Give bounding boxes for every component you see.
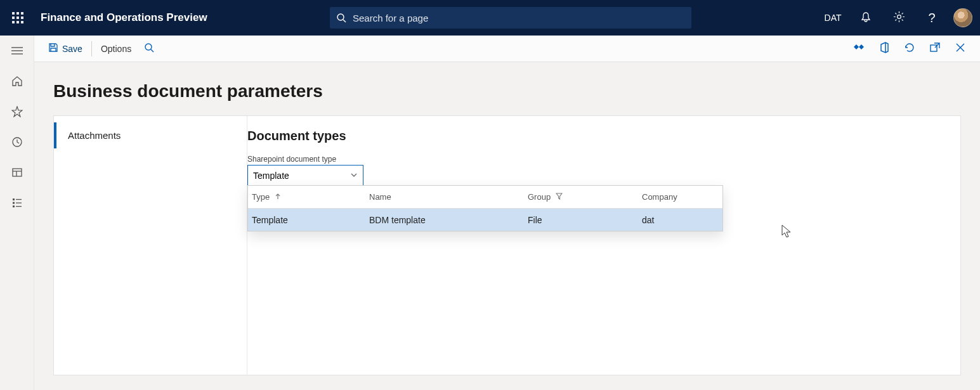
form-card: Attachments Document types Sharepoint do… <box>53 115 961 375</box>
question-icon: ? <box>928 11 935 25</box>
options-button-label: Options <box>101 44 131 54</box>
app-launcher-button[interactable] <box>0 0 36 36</box>
table-row[interactable]: Template BDM template File dat <box>248 209 722 231</box>
cell-group: File <box>524 215 638 225</box>
navigation-rail <box>0 36 34 390</box>
notifications-button[interactable] <box>851 0 881 36</box>
search-icon <box>336 13 346 23</box>
user-avatar[interactable] <box>953 8 972 27</box>
card-content: Document types Sharepoint document type … <box>247 116 960 375</box>
page-title: Business document parameters <box>53 81 961 101</box>
lookup-table: Type Name Group <box>247 185 723 231</box>
nav-home[interactable] <box>4 71 30 94</box>
office-button[interactable] <box>872 37 896 61</box>
tab-label: Attachments <box>68 130 121 141</box>
action-pane: Save Options <box>34 36 980 62</box>
clock-icon <box>11 136 23 150</box>
svg-line-1 <box>343 20 346 22</box>
nav-expand-button[interactable] <box>4 41 30 63</box>
tab-attachments[interactable]: Attachments <box>54 116 247 155</box>
cell-name: BDM template <box>365 215 524 225</box>
personalize-button[interactable] <box>847 37 871 61</box>
save-button[interactable]: Save <box>42 40 89 57</box>
separator <box>91 41 92 56</box>
settings-button[interactable] <box>884 0 914 36</box>
cell-company: dat <box>638 215 714 225</box>
column-header-group[interactable]: Group <box>524 192 638 202</box>
dropdown-value: Template <box>253 171 289 181</box>
nav-modules[interactable] <box>4 193 30 216</box>
star-icon <box>11 106 23 120</box>
workspace-icon <box>11 167 23 181</box>
column-header-label: Name <box>369 192 391 202</box>
card-tab-list: Attachments <box>54 116 247 375</box>
home-icon <box>11 75 23 89</box>
column-header-label: Type <box>252 192 270 202</box>
refresh-icon <box>904 42 915 56</box>
svg-line-17 <box>151 49 154 52</box>
modules-icon <box>11 197 23 211</box>
main-content: Business document parameters Attachments… <box>34 62 980 390</box>
top-navbar: Finance and Operations Preview DAT ? <box>0 0 980 36</box>
app-title: Finance and Operations Preview <box>41 11 207 24</box>
field-label: Sharepoint document type <box>247 155 960 164</box>
filter-icon <box>556 192 563 202</box>
search-input[interactable] <box>353 13 685 23</box>
waffle-icon <box>12 12 23 23</box>
help-button[interactable]: ? <box>917 0 947 36</box>
svg-rect-7 <box>13 169 22 176</box>
nav-favorites[interactable] <box>4 101 30 124</box>
diamond-icon <box>853 42 865 56</box>
column-header-label: Company <box>642 192 677 202</box>
svg-point-2 <box>897 15 901 19</box>
close-button[interactable] <box>948 37 972 61</box>
sharepoint-doctype-dropdown[interactable]: Template <box>247 165 363 186</box>
bell-icon <box>860 11 872 25</box>
section-title: Document types <box>247 122 960 155</box>
office-icon <box>879 42 890 56</box>
gear-icon <box>893 11 905 25</box>
company-selector[interactable]: DAT <box>818 0 848 36</box>
hamburger-icon <box>11 46 23 58</box>
svg-rect-12 <box>13 205 15 207</box>
close-icon <box>955 42 965 55</box>
column-header-type[interactable]: Type <box>248 192 365 202</box>
table-header-row: Type Name Group <box>248 186 722 209</box>
svg-rect-10 <box>13 198 15 200</box>
find-button[interactable] <box>138 40 160 57</box>
nav-recents[interactable] <box>4 132 30 155</box>
column-header-name[interactable]: Name <box>365 192 524 202</box>
chevron-down-icon <box>350 171 358 181</box>
cell-type: Template <box>248 215 365 225</box>
svg-rect-18 <box>931 45 937 51</box>
popout-button[interactable] <box>923 37 947 61</box>
svg-rect-11 <box>13 202 15 204</box>
svg-point-0 <box>337 14 344 20</box>
global-search[interactable] <box>330 7 691 29</box>
column-header-label: Group <box>528 192 551 202</box>
sort-ascending-icon <box>275 192 281 202</box>
column-header-company[interactable]: Company <box>638 192 714 202</box>
save-button-label: Save <box>62 44 82 54</box>
nav-workspaces[interactable] <box>4 162 30 185</box>
save-icon <box>48 42 58 55</box>
popout-icon <box>929 42 941 56</box>
refresh-button[interactable] <box>898 37 922 61</box>
options-button[interactable]: Options <box>95 41 138 56</box>
search-icon <box>144 42 154 55</box>
svg-point-16 <box>145 44 152 50</box>
